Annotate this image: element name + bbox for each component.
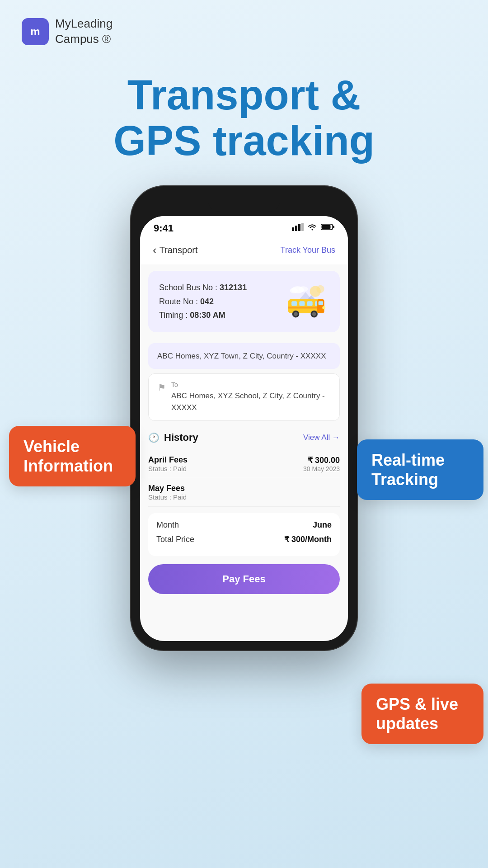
svg-rect-2: [298, 224, 300, 231]
svg-point-26: [299, 287, 308, 292]
main-heading: Transport & GPS tracking: [0, 63, 488, 164]
route-number: Route No : 042: [159, 295, 247, 309]
track-your-bus-button[interactable]: Track Your Bus: [281, 245, 335, 255]
route-from-card: ABC Homes, XYZ Town, Z City, Country - X…: [148, 343, 340, 369]
total-price-value: ₹ 300/Month: [284, 534, 332, 544]
history-title: 🕐 History: [148, 432, 198, 443]
history-item-april: April Fees Status : Paid ₹ 300.00 30 May…: [148, 450, 340, 478]
app-header-bar: m MyLeading Campus ®: [0, 0, 488, 63]
view-all-button[interactable]: View All →: [303, 433, 340, 442]
svg-rect-0: [292, 227, 294, 231]
svg-rect-1: [295, 226, 297, 231]
svg-rect-13: [299, 301, 305, 306]
logo-icon: m: [22, 18, 49, 45]
back-button[interactable]: ‹ Transport: [153, 243, 198, 257]
route-to-card: ⚑ To ABC Homes, XYZ School, Z City, Z Co…: [148, 373, 340, 421]
phone-screen: 9:41: [140, 216, 348, 641]
route-section: ABC Homes, XYZ Town, Z City, Country - X…: [140, 339, 348, 426]
bus-number: School Bus No : 312131: [159, 281, 247, 295]
svg-rect-12: [291, 301, 297, 306]
svg-point-22: [312, 312, 316, 316]
bus-illustration: [286, 284, 329, 318]
svg-rect-14: [307, 301, 313, 306]
pay-fees-button[interactable]: Pay Fees: [148, 564, 340, 594]
status-bar: 9:41: [140, 216, 348, 238]
payment-summary: Month June Total Price ₹ 300/Month: [148, 513, 340, 556]
svg-rect-6: [333, 226, 334, 228]
month-label: Month: [156, 520, 179, 530]
vehicle-information-bubble: Vehicle Information: [9, 426, 136, 486]
phone-mockup: 9:41: [117, 186, 371, 650]
bus-info-card: School Bus No : 312131 Route No : 042 Ti…: [148, 271, 340, 332]
total-price-label: Total Price: [156, 535, 194, 544]
svg-rect-3: [301, 223, 304, 231]
battery-icon: [321, 223, 334, 233]
bus-info-text: School Bus No : 312131 Route No : 042 Ti…: [159, 281, 247, 322]
svg-point-23: [322, 307, 325, 310]
svg-rect-17: [319, 301, 323, 305]
svg-rect-5: [322, 225, 331, 229]
svg-point-8: [316, 285, 324, 293]
status-icons: [292, 223, 334, 233]
history-item-may: May Fees Status : Paid: [148, 478, 340, 507]
flag-icon: ⚑: [158, 382, 166, 393]
signal-icon: [292, 223, 304, 233]
phone-notch: [208, 195, 280, 212]
svg-point-20: [294, 312, 298, 316]
timing: Timing : 08:30 AM: [159, 308, 247, 322]
gps-live-updates-bubble: GPS & live updates: [361, 684, 483, 744]
wifi-icon: [307, 223, 317, 233]
history-section: 🕐 History View All → April Fees Status :…: [140, 425, 348, 507]
svg-rect-18: [288, 307, 324, 309]
clock-icon: 🕐: [148, 432, 160, 443]
svg-point-25: [290, 288, 298, 293]
logo-text: MyLeading Campus ®: [55, 16, 113, 47]
transport-screen-header: ‹ Transport Track Your Bus: [140, 238, 348, 264]
realtime-tracking-bubble: Real-time Tracking: [357, 439, 483, 500]
status-time: 9:41: [154, 222, 174, 234]
month-value: June: [313, 520, 332, 530]
